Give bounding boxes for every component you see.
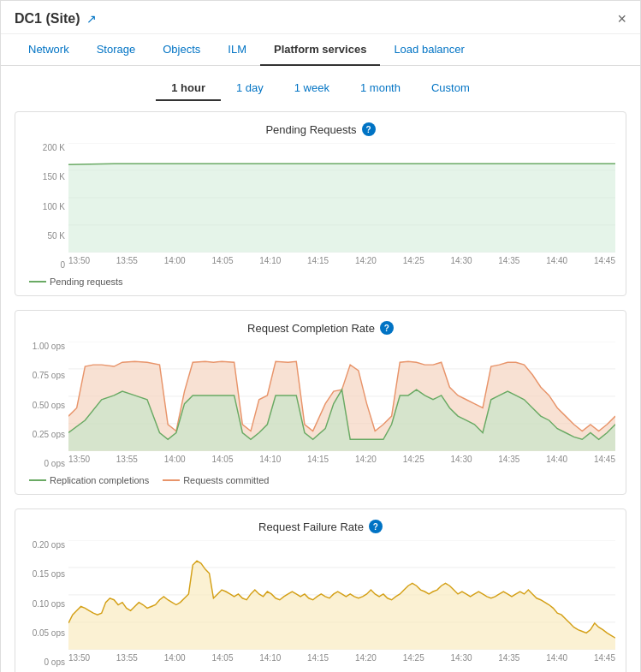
completion-rate-chart: 1.00 ops 0.75 ops 0.50 ops 0.25 ops 0 op…: [26, 342, 615, 470]
completion-rate-x-labels: 13:50 13:55 14:00 14:05 14:10 14:15 14:2…: [68, 455, 615, 470]
tab-ilm[interactable]: ILM: [214, 34, 260, 66]
pending-requests-title: Pending Requests ?: [26, 122, 615, 136]
requests-committed-legend-line: [163, 479, 180, 481]
replication-completions-label: Replication completions: [50, 475, 149, 485]
pending-requests-svg-area: [68, 143, 615, 256]
failure-rate-chart: 0.20 ops 0.15 ops 0.10 ops 0.05 ops 0 op…: [26, 540, 615, 669]
completion-rate-title: Request Completion Rate ?: [26, 321, 615, 335]
tab-objects[interactable]: Objects: [149, 34, 214, 66]
time-btn-1week[interactable]: 1 week: [279, 76, 345, 101]
tab-platform-services[interactable]: Platform services: [260, 34, 380, 66]
pending-requests-legend-label: Pending requests: [50, 277, 123, 287]
completion-rate-svg-area: [68, 342, 615, 455]
pending-requests-legend-line: [29, 281, 46, 282]
close-icon[interactable]: ×: [617, 11, 626, 27]
pending-requests-chart: 200 K 150 K 100 K 50 K 0: [26, 143, 615, 271]
failure-rate-x-labels: 13:50 13:55 14:00 14:05 14:10 14:15 14:2…: [68, 653, 615, 669]
failure-rate-card: Request Failure Rate ? 0.20 ops 0.15 ops…: [15, 508, 626, 672]
tab-load-balancer[interactable]: Load balancer: [380, 34, 478, 66]
pending-requests-legend: Pending requests: [26, 271, 615, 288]
time-btn-1month[interactable]: 1 month: [345, 76, 416, 101]
time-range-bar: 1 hour 1 day 1 week 1 month Custom: [1, 66, 640, 111]
replication-completions-legend-line: [29, 479, 46, 481]
title-bar-left: DC1 (Site) ↗: [15, 11, 97, 27]
external-link-icon[interactable]: ↗: [86, 12, 97, 26]
completion-rate-help-icon[interactable]: ?: [380, 321, 394, 335]
charts-area: Pending Requests ? 200 K 150 K 100 K 50 …: [1, 111, 640, 672]
failure-rate-svg-area: [68, 540, 615, 653]
completion-rate-y-labels: 1.00 ops 0.75 ops 0.50 ops 0.25 ops 0 op…: [26, 342, 68, 470]
pending-requests-x-labels: 13:50 13:55 14:00 14:05 14:10 14:15 14:2…: [68, 256, 615, 271]
failure-rate-title: Request Failure Rate ?: [26, 520, 615, 533]
main-window: DC1 (Site) ↗ × Network Storage Objects I…: [0, 0, 641, 672]
tab-network[interactable]: Network: [15, 34, 83, 66]
pending-requests-y-labels: 200 K 150 K 100 K 50 K 0: [26, 143, 68, 271]
completion-rate-card: Request Completion Rate ? 1.00 ops 0.75 …: [15, 310, 626, 495]
pending-requests-help-icon[interactable]: ?: [362, 122, 376, 136]
time-btn-1hour[interactable]: 1 hour: [156, 76, 221, 101]
failure-rate-help-icon[interactable]: ?: [369, 520, 383, 533]
requests-committed-label: Requests committed: [183, 475, 269, 485]
failure-rate-y-labels: 0.20 ops 0.15 ops 0.10 ops 0.05 ops 0 op…: [26, 540, 68, 669]
title-bar: DC1 (Site) ↗ ×: [1, 1, 640, 34]
failure-rate-legend: Replication failures: [26, 669, 615, 672]
window-title: DC1 (Site): [15, 11, 80, 27]
time-btn-custom[interactable]: Custom: [416, 76, 485, 101]
tab-storage[interactable]: Storage: [83, 34, 150, 66]
completion-rate-legend: Replication completions Requests committ…: [26, 470, 615, 487]
pending-requests-card: Pending Requests ? 200 K 150 K 100 K 50 …: [15, 111, 626, 296]
time-btn-1day[interactable]: 1 day: [221, 76, 279, 101]
nav-tabs: Network Storage Objects ILM Platform ser…: [1, 34, 640, 66]
